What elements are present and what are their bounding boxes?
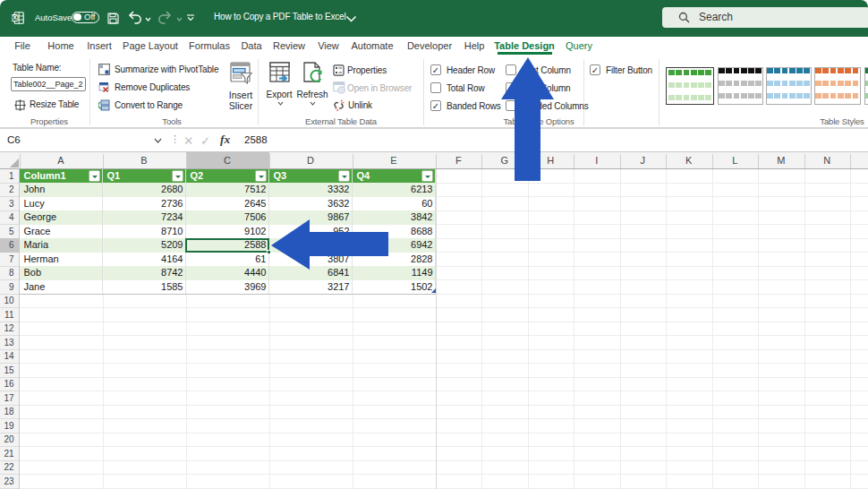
svg-text:X: X <box>13 13 17 21</box>
